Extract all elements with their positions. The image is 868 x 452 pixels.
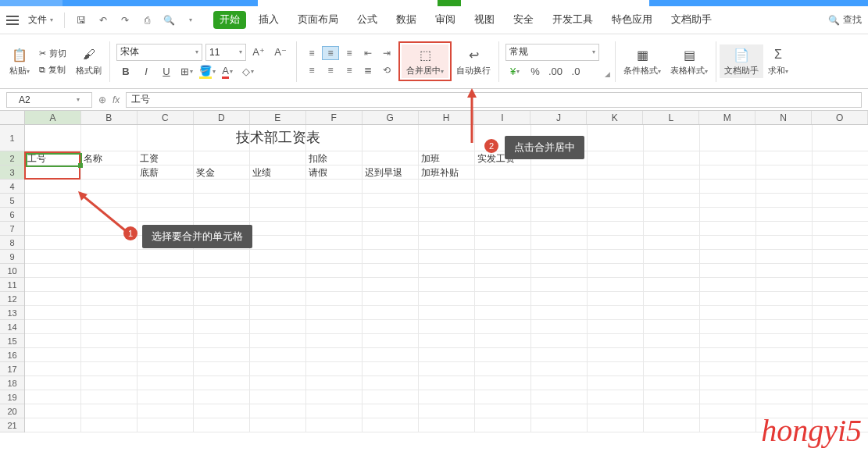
cell[interactable] bbox=[813, 320, 868, 334]
cell[interactable] bbox=[363, 194, 419, 208]
format-painter-button[interactable]: 🖌 格式刷 bbox=[71, 44, 106, 78]
merge-center-button[interactable]: ⬚ 合并居中▾ bbox=[402, 44, 448, 78]
cell[interactable] bbox=[475, 180, 531, 194]
cell[interactable] bbox=[700, 165, 756, 180]
cell[interactable] bbox=[813, 222, 868, 236]
cell[interactable] bbox=[700, 320, 756, 334]
cell[interactable] bbox=[700, 306, 756, 320]
cell[interactable] bbox=[306, 376, 363, 390]
cell[interactable] bbox=[531, 278, 588, 292]
cell[interactable] bbox=[588, 418, 644, 432]
col-header[interactable]: F bbox=[306, 111, 363, 124]
cell[interactable] bbox=[813, 362, 868, 376]
cell[interactable] bbox=[531, 208, 588, 222]
cell[interactable] bbox=[419, 320, 475, 334]
cell[interactable] bbox=[138, 180, 194, 194]
cell[interactable] bbox=[363, 151, 419, 165]
col-header[interactable]: E bbox=[250, 111, 306, 124]
cell[interactable] bbox=[475, 334, 531, 348]
cell[interactable] bbox=[81, 278, 138, 292]
row-header[interactable]: 10 bbox=[0, 264, 24, 278]
tab-devtools[interactable]: 开发工具 bbox=[546, 11, 599, 29]
cell[interactable] bbox=[644, 278, 700, 292]
cell[interactable] bbox=[475, 292, 531, 306]
cell[interactable] bbox=[813, 334, 868, 348]
cell[interactable] bbox=[250, 390, 306, 404]
cell[interactable] bbox=[194, 264, 250, 278]
cell[interactable] bbox=[25, 390, 81, 404]
cell[interactable] bbox=[25, 418, 81, 432]
cell[interactable] bbox=[813, 348, 868, 362]
cell[interactable] bbox=[475, 348, 531, 362]
cell[interactable] bbox=[25, 194, 81, 208]
cell[interactable] bbox=[644, 404, 700, 418]
cell[interactable] bbox=[644, 250, 700, 264]
cell[interactable] bbox=[81, 362, 138, 376]
cell[interactable] bbox=[250, 292, 306, 306]
increase-decimal-button[interactable]: .00 bbox=[546, 64, 565, 80]
cell[interactable] bbox=[588, 320, 644, 334]
cell[interactable] bbox=[531, 250, 588, 264]
cell[interactable] bbox=[138, 348, 194, 362]
cell[interactable] bbox=[644, 334, 700, 348]
cell[interactable] bbox=[756, 222, 813, 236]
fill-color-button[interactable]: 🪣 bbox=[198, 64, 216, 80]
cell[interactable] bbox=[363, 236, 419, 250]
cell[interactable] bbox=[644, 348, 700, 362]
tab-layout[interactable]: 页面布局 bbox=[291, 11, 345, 29]
cell[interactable] bbox=[756, 306, 813, 320]
cell[interactable] bbox=[644, 222, 700, 236]
cell[interactable] bbox=[250, 236, 306, 250]
cell[interactable] bbox=[25, 376, 81, 390]
cell[interactable] bbox=[419, 194, 475, 208]
cell[interactable] bbox=[363, 348, 419, 362]
font-size-select[interactable]: 11▾ bbox=[205, 44, 246, 61]
cell[interactable] bbox=[306, 208, 363, 222]
cell[interactable] bbox=[419, 418, 475, 432]
tab-security[interactable]: 安全 bbox=[507, 11, 540, 29]
cell[interactable]: 底薪 bbox=[138, 165, 194, 180]
cell[interactable] bbox=[813, 194, 868, 208]
row-header[interactable]: 16 bbox=[0, 348, 24, 362]
cell[interactable] bbox=[419, 348, 475, 362]
file-menu[interactable]: 文件▾ bbox=[23, 12, 58, 28]
cell[interactable]: 奖金 bbox=[194, 165, 250, 180]
cell[interactable] bbox=[531, 348, 588, 362]
cell[interactable] bbox=[700, 292, 756, 306]
preview-icon[interactable]: 🔍 bbox=[163, 14, 175, 27]
col-header[interactable]: B bbox=[81, 111, 138, 124]
cell[interactable] bbox=[306, 306, 363, 320]
cell[interactable] bbox=[588, 348, 644, 362]
percent-button[interactable]: % bbox=[526, 64, 545, 80]
cell[interactable] bbox=[531, 236, 588, 250]
cell[interactable] bbox=[194, 151, 250, 165]
row-header[interactable]: 21 bbox=[0, 418, 24, 432]
cell[interactable] bbox=[194, 390, 250, 404]
cell[interactable]: 迟到早退 bbox=[363, 165, 419, 180]
cell[interactable] bbox=[644, 320, 700, 334]
cell[interactable] bbox=[250, 306, 306, 320]
cell[interactable] bbox=[700, 180, 756, 194]
tab-data[interactable]: 数据 bbox=[390, 11, 423, 29]
cell[interactable] bbox=[419, 292, 475, 306]
cell[interactable] bbox=[756, 250, 813, 264]
col-header[interactable]: I bbox=[474, 111, 530, 124]
row-header[interactable]: 17 bbox=[0, 362, 24, 376]
cell[interactable] bbox=[81, 376, 138, 390]
cell[interactable] bbox=[588, 390, 644, 404]
cell[interactable] bbox=[700, 362, 756, 376]
cell[interactable] bbox=[531, 180, 588, 194]
cell[interactable] bbox=[756, 194, 813, 208]
fill-handle[interactable] bbox=[78, 163, 83, 168]
cell[interactable] bbox=[250, 250, 306, 264]
cell[interactable] bbox=[363, 390, 419, 404]
redo-icon[interactable]: ↷ bbox=[119, 14, 131, 27]
cut-button[interactable]: ✂剪切 bbox=[38, 47, 68, 60]
effects-button[interactable]: ◇ bbox=[238, 64, 257, 80]
cell[interactable] bbox=[644, 292, 700, 306]
row-header[interactable]: 18 bbox=[0, 376, 24, 390]
cell[interactable] bbox=[588, 222, 644, 236]
cell[interactable] bbox=[531, 390, 588, 404]
trace-icon[interactable]: ⊕ bbox=[98, 94, 106, 105]
cell[interactable] bbox=[644, 376, 700, 390]
